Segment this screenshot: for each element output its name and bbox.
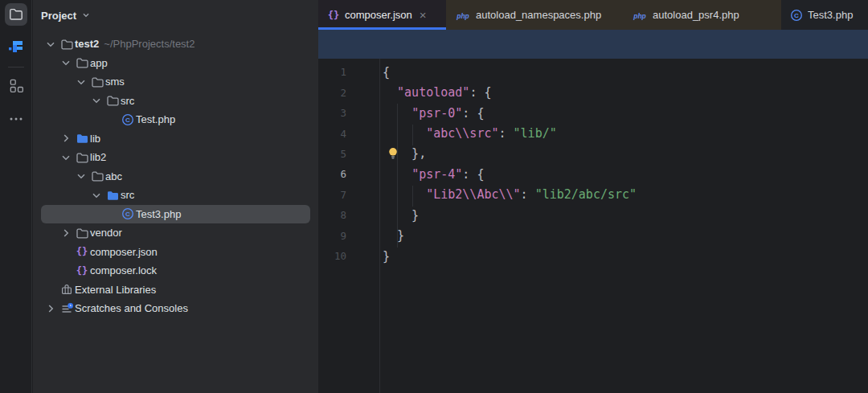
code-segment: : { bbox=[462, 106, 484, 121]
tab-autoload-namespaces-php[interactable]: phpautoload_namespaces.php bbox=[446, 0, 623, 30]
chevron-down-icon bbox=[59, 56, 72, 69]
tree-chevron[interactable] bbox=[73, 76, 89, 88]
code-line-7[interactable]: 7 "Lib2\\Abc\\": "lib2/abc/src" bbox=[318, 185, 868, 205]
tree-chevron[interactable] bbox=[88, 189, 104, 202]
tree-chevron[interactable] bbox=[43, 38, 59, 51]
line-number: 1 bbox=[318, 66, 346, 78]
code-text: "abc\\src": "lib/" bbox=[383, 126, 557, 141]
tree-chevron[interactable] bbox=[73, 170, 89, 182]
json-file-icon: {} bbox=[327, 9, 340, 22]
folder-icon bbox=[76, 151, 88, 164]
tree-item-icon bbox=[104, 189, 121, 202]
code-line-5[interactable]: 5 }, bbox=[318, 144, 868, 164]
tree-item-label: test2 bbox=[75, 38, 99, 50]
code-editor[interactable]: 1{2 "autoload": {3 "psr-0": {4 "abc\\src… bbox=[318, 59, 868, 266]
php-class-icon: C bbox=[790, 9, 803, 22]
intention-bulb[interactable] bbox=[387, 147, 399, 160]
tree-item-composer-lock[interactable]: {}composer.lock bbox=[41, 261, 310, 280]
code-line-9[interactable]: 9 } bbox=[318, 226, 868, 246]
code-line-3[interactable]: 3 "psr-0": { bbox=[318, 103, 868, 123]
tree-chevron[interactable] bbox=[43, 302, 59, 315]
tree-item-scratches-and-consoles[interactable]: Scratches and Consoles bbox=[41, 299, 310, 318]
editor-tab-bar: {}composer.json×phpautoload_namespaces.p… bbox=[318, 0, 868, 30]
tree-item-icon bbox=[89, 170, 105, 182]
tree-item-src[interactable]: src bbox=[41, 186, 310, 205]
chevron-down-icon bbox=[90, 189, 103, 202]
tree-item-label: app bbox=[90, 57, 108, 69]
tree-item-abc[interactable]: abc bbox=[41, 167, 310, 186]
tree-item-test-php[interactable]: CTest.php bbox=[41, 110, 310, 129]
tree-item-src[interactable]: src bbox=[41, 92, 310, 111]
tree-chevron[interactable] bbox=[58, 227, 74, 239]
chevron-down-icon bbox=[80, 10, 92, 21]
tree-item-label: Test.php bbox=[136, 113, 175, 125]
code-line-4[interactable]: 4 "abc\\src": "lib/" bbox=[318, 123, 868, 143]
editor-notification-banner bbox=[318, 30, 868, 59]
php-file-icon: php bbox=[632, 9, 648, 22]
tree-item-label: src bbox=[121, 189, 134, 201]
tree-item-sms[interactable]: sms bbox=[41, 72, 310, 92]
tree-item-lib2[interactable]: lib2 bbox=[41, 148, 310, 167]
tree-item-lib[interactable]: lib bbox=[41, 129, 310, 149]
structure-tool-button[interactable] bbox=[5, 74, 27, 96]
code-segment: } bbox=[383, 228, 404, 243]
tree-item-test2[interactable]: test2~/PhpProjects/test2 bbox=[41, 35, 310, 54]
code-text: } bbox=[383, 249, 390, 264]
folder-icon bbox=[8, 6, 24, 23]
tab-composer-json[interactable]: {}composer.json× bbox=[318, 0, 446, 30]
tab-file-icon: php bbox=[632, 9, 648, 22]
code-line-6[interactable]: 6 "psr-4": { bbox=[318, 164, 868, 184]
chevron-down-icon bbox=[44, 38, 57, 51]
project-tool-button[interactable] bbox=[5, 3, 27, 26]
tree-chevron[interactable] bbox=[58, 56, 74, 69]
tree-item-icon bbox=[59, 302, 75, 315]
tab-autoload-psr4-php[interactable]: phpautoload_psr4.php bbox=[623, 0, 781, 30]
structure-icon bbox=[8, 77, 24, 93]
tree-item-icon bbox=[74, 132, 90, 145]
tree-chevron[interactable] bbox=[88, 94, 104, 107]
more-tool-windows-button[interactable] bbox=[5, 108, 27, 130]
tab-label: Test3.php bbox=[808, 9, 853, 21]
tree-item-external-libraries[interactable]: External Libraries bbox=[41, 280, 310, 300]
folder-icon bbox=[76, 227, 88, 239]
svg-text:php: php bbox=[456, 11, 469, 19]
code-segment: "psr-0" bbox=[411, 106, 462, 121]
tree-item-test3-php[interactable]: CTest3.php bbox=[41, 205, 310, 224]
svg-text:C: C bbox=[125, 211, 130, 218]
tree-chevron[interactable] bbox=[58, 132, 74, 145]
svg-text:php: php bbox=[633, 11, 646, 19]
code-segment bbox=[383, 85, 397, 100]
tree-item-label: src bbox=[121, 95, 134, 107]
phpstorm-logo-button[interactable] bbox=[5, 35, 27, 58]
tree-item-vendor[interactable]: vendor bbox=[41, 223, 310, 243]
folder-icon bbox=[76, 56, 88, 69]
code-segment: "autoload" bbox=[397, 85, 469, 100]
rail-divider bbox=[8, 67, 24, 68]
tree-item-icon bbox=[59, 283, 75, 296]
php-file-icon: php bbox=[455, 9, 471, 22]
line-number: 8 bbox=[318, 209, 346, 221]
tree-item-icon: {} bbox=[74, 245, 90, 258]
tree-item-label: sms bbox=[105, 76, 125, 88]
phpstorm-logo-icon bbox=[7, 38, 25, 55]
tab-test3-php[interactable]: CTest3.php bbox=[781, 0, 868, 30]
tree-item-composer-json[interactable]: {}composer.json bbox=[41, 243, 310, 262]
code-segment: "abc\\src" bbox=[426, 126, 498, 141]
chevron-down-icon bbox=[59, 151, 72, 164]
code-line-2[interactable]: 2 "autoload": { bbox=[318, 82, 868, 102]
close-icon[interactable]: × bbox=[420, 9, 427, 21]
code-line-1[interactable]: 1{ bbox=[318, 62, 868, 82]
code-line-10[interactable]: 10} bbox=[318, 246, 868, 266]
code-text: } bbox=[383, 228, 404, 243]
tab-label: autoload_psr4.php bbox=[653, 9, 739, 21]
project-panel-header[interactable]: Project bbox=[33, 0, 318, 31]
chevron-down-icon bbox=[75, 76, 88, 88]
code-line-8[interactable]: 8 } bbox=[318, 205, 868, 225]
line-number: 6 bbox=[318, 168, 346, 180]
tree-chevron[interactable] bbox=[58, 151, 74, 164]
folder-icon bbox=[106, 94, 119, 107]
tree-item-icon bbox=[89, 76, 105, 88]
tree-item-app[interactable]: app bbox=[41, 54, 310, 73]
tab-label: autoload_namespaces.php bbox=[476, 9, 601, 21]
code-segment: : bbox=[521, 187, 535, 202]
